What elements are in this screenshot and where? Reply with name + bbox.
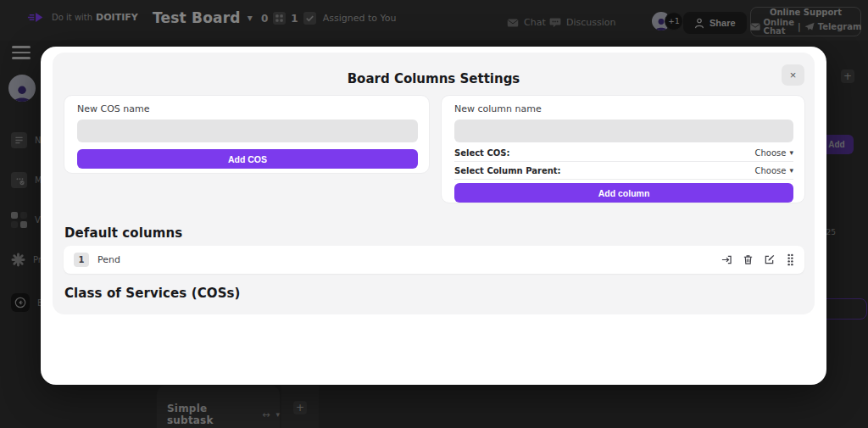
- new-cos-name-input[interactable]: [77, 120, 418, 142]
- select-parent-label: Select Column Parent:: [454, 166, 561, 175]
- choose-label: Choose: [755, 148, 787, 158]
- new-cos-name-label: New COS name: [77, 103, 150, 114]
- add-column-button[interactable]: Add column: [454, 183, 793, 203]
- close-icon[interactable]: ×: [782, 64, 804, 86]
- select-parent-dropdown[interactable]: Choose ▾: [755, 166, 793, 175]
- new-column-name-label: New column name: [454, 103, 542, 114]
- select-cos-row: Select COS: Choose ▾: [454, 144, 793, 162]
- new-column-card: New column name Select COS: Choose ▾ Sel…: [441, 95, 805, 203]
- chevron-down-icon: ▾: [789, 166, 793, 175]
- modal-panel: Board Columns Settings × New COS name Ad…: [53, 53, 815, 314]
- column-name: Pend: [97, 254, 721, 265]
- move-column-icon[interactable]: [721, 254, 732, 265]
- drag-handle[interactable]: [787, 253, 794, 266]
- new-column-name-input[interactable]: [454, 120, 793, 142]
- table-row: 1 Pend: [64, 246, 804, 274]
- chevron-down-icon: ▾: [789, 148, 793, 157]
- add-cos-button[interactable]: Add COS: [77, 149, 418, 169]
- modal-title: Board Columns Settings: [53, 71, 815, 86]
- select-cos-label: Select COS:: [454, 148, 509, 158]
- cos-section-heading: Class of Services (COSs): [64, 286, 241, 301]
- delete-column-icon[interactable]: [743, 254, 754, 265]
- default-columns-heading: Default columns: [64, 225, 182, 241]
- choose-label: Choose: [755, 166, 787, 175]
- new-cos-card: New COS name Add COS: [64, 95, 430, 174]
- app-root: Do it with DOITIFY Test Board ▾ 0 1 Assi…: [0, 0, 868, 428]
- select-parent-row: Select Column Parent: Choose ▾: [454, 162, 793, 180]
- board-columns-settings-modal: Board Columns Settings × New COS name Ad…: [41, 47, 826, 385]
- edit-column-icon[interactable]: [764, 254, 775, 265]
- column-index-badge: 1: [74, 253, 89, 267]
- select-cos-dropdown[interactable]: Choose ▾: [755, 148, 793, 158]
